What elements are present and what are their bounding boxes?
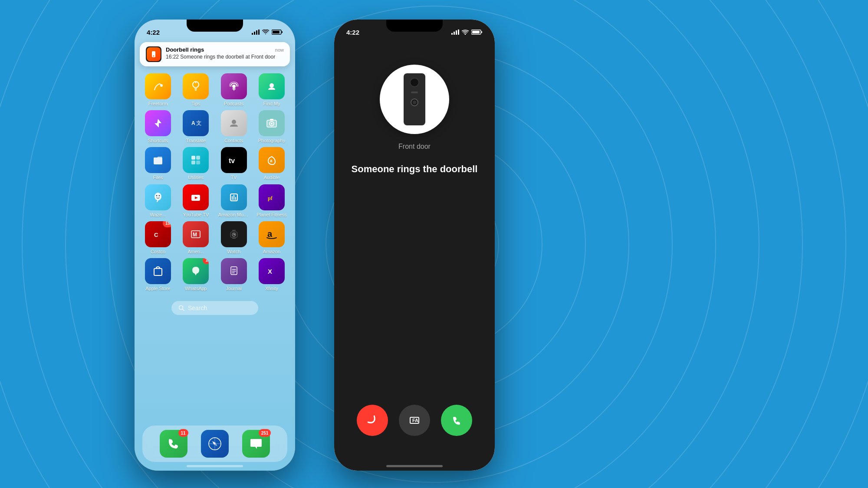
signal-icon [252, 29, 260, 35]
svg-point-9 [160, 84, 163, 87]
doorbell-ring-button [411, 98, 418, 106]
dock-messages[interactable]: 251 [242, 430, 270, 458]
app-photography[interactable]: Photography [256, 110, 287, 144]
decline-button[interactable] [357, 405, 388, 436]
waze-label: Waze... [150, 212, 166, 218]
app-shortcuts[interactable]: Shortcuts [142, 110, 174, 144]
wifi-icon [262, 29, 269, 35]
app-tips[interactable]: Tips [180, 73, 211, 107]
findmy-icon [259, 73, 285, 99]
app-contacts[interactable]: Contacts [218, 110, 250, 144]
app-ameri[interactable]: M Ameri... [180, 221, 211, 255]
apple-store-icon [145, 258, 171, 284]
planet-fitness-icon: pf [259, 184, 285, 210]
doorbell-content: Front door Someone rings the doorbell [334, 39, 495, 192]
audible-icon: a [259, 147, 285, 173]
right-home-indicator [386, 465, 443, 467]
translate-icon: A 文 [183, 110, 209, 136]
watch-label: Watch [227, 249, 240, 255]
svg-point-33 [155, 193, 161, 200]
notification-body: 16:22 Someone rings the doorbell at Fron… [166, 54, 284, 61]
svg-rect-54 [231, 267, 237, 275]
app-apple-store[interactable]: Apple Store [142, 258, 174, 291]
left-phone: 4:22 [135, 20, 295, 471]
svg-text:a: a [270, 158, 273, 163]
svg-text:tv: tv [229, 157, 235, 164]
svg-point-21 [232, 120, 236, 124]
message-button[interactable]: FA [399, 405, 430, 436]
svg-rect-2 [256, 30, 257, 35]
svg-rect-46 [232, 230, 236, 231]
search-bar[interactable]: Search [171, 301, 258, 315]
search-label: Search [188, 305, 207, 311]
right-wifi-icon [462, 29, 469, 35]
contacts-label: Contacts [224, 138, 243, 144]
front-door-label: Front door [398, 143, 431, 151]
app-watch[interactable]: Watch [218, 221, 250, 255]
svg-point-8 [153, 56, 155, 57]
svg-text:X: X [268, 268, 272, 275]
svg-rect-27 [191, 156, 195, 160]
findmy-label: Find My [263, 101, 280, 107]
svg-point-24 [271, 123, 273, 124]
podcasts-icon [221, 73, 247, 99]
app-xfinity[interactable]: X Xfinity [256, 258, 287, 291]
svg-rect-29 [191, 160, 195, 164]
app-row-6: Apple Store 1 WhatsApp [142, 258, 287, 291]
svg-rect-67 [454, 32, 455, 35]
answer-button[interactable] [441, 405, 472, 436]
app-files[interactable]: Files [142, 147, 174, 180]
svg-text:a: a [267, 229, 273, 239]
notification-banner[interactable]: Doorbell rings now 16:22 Someone rings t… [140, 42, 290, 66]
app-planet-fitness[interactable]: pf Planet Fitness [256, 184, 287, 218]
svg-rect-11 [194, 88, 197, 89]
search-icon [178, 305, 184, 311]
app-costco[interactable]: C 19 Costco [142, 221, 174, 255]
svg-point-17 [270, 83, 274, 88]
ameri-label: Ameri... [187, 249, 204, 255]
app-row-1: Freeform Tips Podcasts [142, 73, 287, 107]
left-home-indicator [187, 465, 243, 467]
dock-safari[interactable] [201, 430, 229, 458]
right-phone-screen: 4:22 [334, 20, 495, 471]
photography-icon [259, 110, 285, 136]
app-whatsapp[interactable]: 1 WhatsApp [180, 258, 211, 291]
planet-fitness-label: Planet Fitness [256, 212, 287, 218]
app-translate[interactable]: A 文 Translate [180, 110, 211, 144]
svg-line-60 [183, 309, 184, 311]
app-podcasts[interactable]: Podcasts [218, 73, 250, 107]
svg-rect-72 [472, 31, 480, 33]
tv-label: TV [231, 175, 237, 180]
right-status-time: 4:22 [346, 29, 359, 36]
notch [187, 20, 243, 32]
app-freeform[interactable]: Freeform [142, 73, 174, 107]
svg-rect-68 [456, 30, 457, 35]
svg-rect-30 [196, 160, 200, 164]
svg-text:pf: pf [268, 195, 273, 201]
xfinity-icon: X [259, 258, 285, 284]
svg-marker-18 [155, 119, 161, 128]
svg-rect-6 [282, 31, 283, 33]
notification-title: Doorbell rings [166, 46, 204, 53]
amazon-icon: a [259, 221, 285, 247]
right-signal-icon [451, 29, 459, 35]
app-tv[interactable]: tv TV [218, 147, 250, 180]
app-journal[interactable]: Journal [218, 258, 250, 291]
app-utilities[interactable]: Utilities [180, 147, 211, 180]
doorbell-message: Someone rings the doorbell [339, 164, 491, 175]
dock-phone[interactable]: 11 [160, 430, 187, 458]
dock-phone-icon: 11 [160, 430, 187, 458]
phone-badge: 11 [178, 429, 188, 437]
podcasts-label: Podcasts [224, 101, 243, 107]
app-amazon[interactable]: a Amazon [256, 221, 287, 255]
app-youtube-tv[interactable]: YouTube TV [180, 184, 211, 218]
notification-content: Doorbell rings now 16:22 Someone rings t… [166, 46, 284, 61]
app-waze[interactable]: Waze... [142, 184, 174, 218]
xfinity-label: Xfinity [265, 286, 278, 291]
notification-header: Doorbell rings now [166, 46, 284, 53]
app-findmy[interactable]: Find My [256, 73, 287, 107]
svg-text:文: 文 [196, 120, 201, 126]
app-amazon-music[interactable]: Amazon Music [218, 184, 250, 218]
message-icon: FA [408, 414, 421, 426]
app-audible[interactable]: a Audible [256, 147, 287, 180]
